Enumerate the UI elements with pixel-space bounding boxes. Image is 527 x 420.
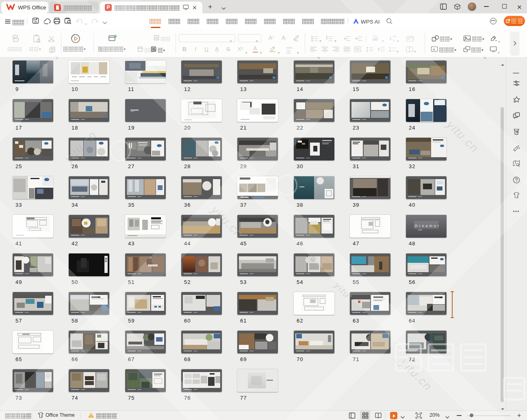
svg-text:A: A xyxy=(433,48,435,52)
svg-text:A: A xyxy=(393,38,395,42)
